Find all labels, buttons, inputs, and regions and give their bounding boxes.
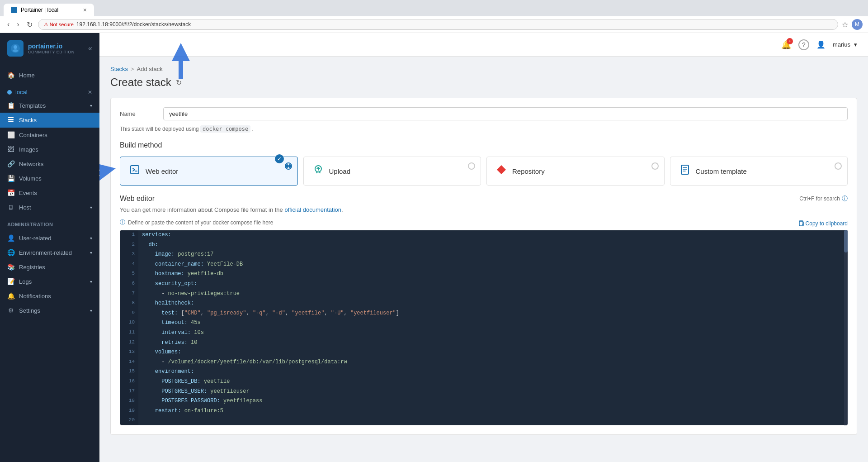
sidebar-item-home[interactable]: 🏠 Home (0, 68, 99, 82)
sidebar-item-logs[interactable]: 📝 Logs ▾ (0, 274, 99, 289)
sidebar-item-environment-related-label: Environment-related (19, 249, 72, 256)
create-stack-card: Name This stack will be deployed using d… (110, 98, 857, 435)
repository-icon (496, 164, 507, 178)
user-dropdown[interactable]: marius ▾ (833, 41, 857, 48)
sidebar-item-environment-related[interactable]: 🌐 Environment-related ▾ (0, 245, 99, 260)
sidebar-item-images[interactable]: 🖼 Images (0, 142, 99, 157)
sidebar-item-events[interactable]: 📅 Events (0, 186, 99, 200)
sidebar-item-stacks[interactable]: Stacks (0, 113, 99, 128)
custom-template-option[interactable]: Custom template (670, 157, 848, 186)
user-menu-button[interactable]: 👤 (816, 40, 826, 49)
code-line-17: 17 POSTGRES_USER: yeetfileuser (120, 387, 847, 397)
editor-description: You can get more information about Compo… (120, 206, 848, 213)
browser-tab[interactable]: Portainer | local × (4, 4, 94, 16)
sidebar-env-header[interactable]: local ✕ (0, 86, 99, 98)
env-close-button[interactable]: ✕ (88, 89, 92, 95)
templates-chevron-icon: ▾ (90, 103, 92, 108)
notifications-icon: 🔔 (7, 292, 14, 300)
sidebar-item-containers-label: Containers (19, 132, 47, 138)
name-hint: This stack will be deployed using docker… (120, 126, 848, 132)
sidebar-item-networks-label: Networks (19, 161, 43, 167)
breadcrumb: Stacks > Add stack (110, 66, 857, 72)
env-related-chevron-icon: ▾ (90, 250, 92, 255)
notifications-bell-button[interactable]: 🔔 1 (781, 40, 791, 50)
help-button[interactable]: ? (798, 39, 809, 50)
define-hint-icon: ⓘ (120, 219, 125, 226)
sidebar-item-user-related[interactable]: 👤 User-related ▾ (0, 231, 99, 245)
svg-point-2 (13, 49, 18, 52)
logs-icon: 📝 (7, 278, 14, 285)
code-line-13: 13 volumes: (120, 348, 847, 357)
name-hint-prefix: This stack will be deployed using (120, 126, 199, 132)
sidebar-item-logs-label: Logs (19, 278, 32, 285)
name-label: Name (120, 110, 156, 117)
sidebar-item-networks[interactable]: 🔗 Networks (0, 157, 99, 171)
official-documentation-link[interactable]: official documentation (284, 206, 341, 213)
web-editor-option[interactable]: Web editor ✓ (120, 157, 298, 186)
repository-label: Repository (512, 167, 545, 175)
svg-rect-3 (8, 117, 14, 118)
topbar: 🔔 1 ? 👤 marius ▾ (99, 33, 868, 57)
svg-rect-4 (8, 119, 14, 120)
code-line-18: 18 POSTGRES_PASSWORD: yeetfilepass (120, 396, 847, 406)
code-editor[interactable]: 1services: 2 db: 3 image: postgres:17 4 … (120, 230, 848, 425)
custom-template-icon (679, 164, 690, 178)
user-dropdown-chevron-icon: ▾ (854, 41, 857, 48)
admin-section-header: Administration (0, 218, 99, 231)
env-status-dot (7, 90, 12, 95)
logo-name: portainer.io (28, 43, 75, 50)
bookmark-icon[interactable]: ☆ (842, 20, 848, 29)
search-hint-text: Ctrl+F for search (799, 195, 840, 202)
web-editor-section: Web editor Ctrl+F for search ⓘ You can g… (120, 195, 848, 425)
sidebar-collapse-button[interactable]: « (88, 44, 92, 52)
reload-button[interactable]: ↻ (25, 19, 34, 30)
editor-desc-prefix: You can get more information about Compo… (120, 206, 283, 213)
user-related-chevron-icon: ▾ (90, 236, 92, 241)
define-hint-text: Define or paste the content of your dock… (128, 219, 274, 226)
back-button[interactable]: ‹ (5, 19, 11, 29)
sidebar-item-containers[interactable]: ⬜ Containers (0, 128, 99, 142)
home-icon: 🏠 (7, 71, 14, 79)
sidebar-item-settings[interactable]: ⚙ Settings ▾ (0, 303, 99, 318)
sidebar-item-templates-label: Templates (19, 102, 46, 109)
sidebar: portainer.io COMMUNITY EDITION « 🏠 Home … (0, 33, 99, 462)
settings-icon: ⚙ (7, 307, 14, 314)
editor-scrollbar-thumb[interactable] (844, 230, 848, 252)
sidebar-item-templates[interactable]: 📋 Templates ▾ (0, 98, 99, 113)
app-container: portainer.io COMMUNITY EDITION « 🏠 Home … (0, 33, 868, 462)
sidebar-logo: portainer.io COMMUNITY EDITION « (0, 33, 99, 64)
code-line-1: 1services: (120, 230, 847, 240)
code-line-19: 19 restart: on-failure:5 (120, 406, 847, 416)
address-bar[interactable]: ⚠ Not secure 192.168.1.18:9000/#!/2/dock… (38, 19, 838, 30)
refresh-button[interactable]: ↻ (176, 78, 182, 87)
upload-option[interactable]: Upload (303, 157, 481, 186)
repository-option[interactable]: Repository (486, 157, 665, 186)
web-editor-radio (285, 162, 292, 170)
upload-radio (468, 162, 475, 170)
containers-icon: ⬜ (7, 131, 14, 138)
code-line-4: 4 container_name: YeetFile-DB (120, 260, 847, 270)
sidebar-item-volumes[interactable]: 💾 Volumes (0, 171, 99, 186)
svg-marker-9 (99, 164, 116, 182)
browser-profile[interactable]: M (852, 19, 863, 30)
breadcrumb-stacks-link[interactable]: Stacks (110, 66, 128, 72)
environment-related-icon: 🌐 (7, 249, 14, 256)
editor-scrollbar[interactable] (844, 230, 848, 425)
forward-button[interactable]: › (15, 19, 21, 29)
name-input[interactable] (163, 107, 848, 120)
browser-toolbar: ‹ › ↻ ⚠ Not secure 192.168.1.18:9000/#!/… (0, 16, 868, 33)
tab-favicon (11, 7, 17, 13)
sidebar-item-notifications[interactable]: 🔔 Notifications (0, 289, 99, 303)
code-line-11: 11 interval: 10s (120, 328, 847, 338)
tab-close-button[interactable]: × (83, 6, 87, 14)
copy-clipboard-button[interactable]: Copy to clipboard (798, 220, 848, 227)
upload-label: Upload (329, 167, 351, 175)
sidebar-item-host[interactable]: 🖥 Host ▾ (0, 200, 99, 214)
sidebar-item-settings-label: Settings (19, 307, 40, 314)
sidebar-item-registries[interactable]: 📚 Registries (0, 260, 99, 274)
sidebar-main-section: 🏠 Home (0, 64, 99, 86)
sidebar-item-volumes-label: Volumes (19, 175, 42, 182)
code-line-5: 5 hostname: yeetfile-db (120, 269, 847, 279)
sidebar-item-registries-label: Registries (19, 264, 45, 271)
arrow-annotation-left (99, 162, 116, 184)
